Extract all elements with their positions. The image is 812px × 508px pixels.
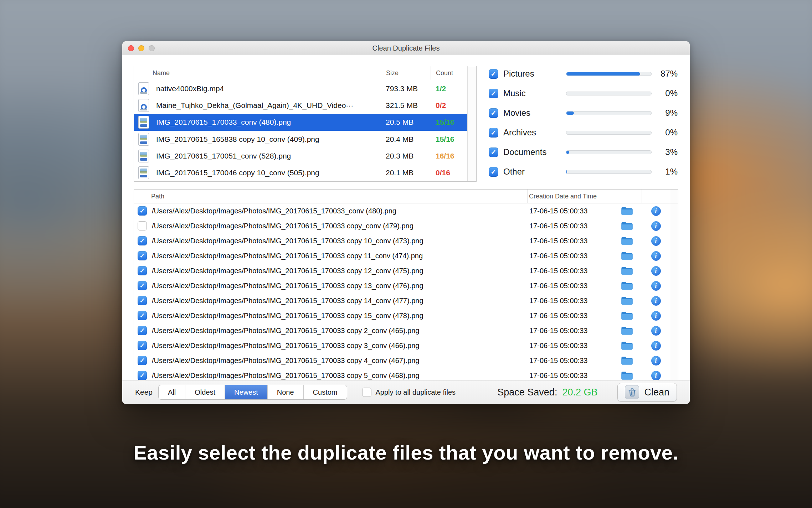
path-row[interactable]: ✓/Users/Alex/Desktop/Images/Photos/IMG_2… <box>134 338 678 353</box>
reveal-in-folder-button[interactable] <box>612 341 642 350</box>
path-row-checkbox[interactable]: ✓ <box>138 296 147 305</box>
path-row[interactable]: ✓/Users/Alex/Desktop/Images/Photos/IMG_2… <box>134 308 678 323</box>
path-row[interactable]: ✓/Users/Alex/Desktop/Images/Photos/IMG_2… <box>134 263 678 278</box>
path-row-checkbox[interactable]: ✓ <box>138 266 147 275</box>
info-icon: i <box>651 326 661 336</box>
path-row-checkbox[interactable]: ✓ <box>138 251 147 260</box>
file-info-button[interactable]: i <box>642 251 670 261</box>
path-row[interactable]: ✓/Users/Alex/Desktop/Images/Photos/IMG_2… <box>134 218 678 233</box>
info-icon: i <box>651 236 661 246</box>
path-cell: ✓/Users/Alex/Desktop/Images/Photos/IMG_2… <box>134 221 528 230</box>
category-checkbox[interactable]: ✓ <box>489 89 498 98</box>
keep-segment-newest[interactable]: Newest <box>225 385 268 399</box>
path-cell: ✓/Users/Alex/Desktop/Images/Photos/IMG_2… <box>134 206 528 216</box>
info-icon: i <box>651 356 661 366</box>
column-header-size[interactable]: Size <box>381 66 431 80</box>
path-row-checkbox[interactable]: ✓ <box>138 341 147 350</box>
path-row[interactable]: ✓/Users/Alex/Desktop/Images/Photos/IMG_2… <box>134 278 678 293</box>
keep-segment-custom[interactable]: Custom <box>304 385 347 399</box>
file-info-button[interactable]: i <box>642 206 670 216</box>
window-titlebar[interactable]: Clean Duplicate Files <box>122 41 690 55</box>
path-row-checkbox[interactable]: ✓ <box>138 356 147 365</box>
path-row[interactable]: ✓/Users/Alex/Desktop/Images/Photos/IMG_2… <box>134 323 678 338</box>
png-file-icon <box>138 150 149 162</box>
file-name-cell: Maine_Tujhko_Dekha_(Golmaal_Again)_4K_UH… <box>134 99 381 112</box>
path-text: /Users/Alex/Desktop/Images/Photos/IMG_20… <box>152 282 423 290</box>
clean-button[interactable]: Clean <box>617 383 677 401</box>
keep-segment-oldest[interactable]: Oldest <box>185 385 225 399</box>
info-icon: i <box>651 266 661 276</box>
keep-segment-none[interactable]: None <box>268 385 304 399</box>
path-row[interactable]: ✓/Users/Alex/Desktop/Images/Photos/IMG_2… <box>134 233 678 248</box>
reveal-in-folder-button[interactable] <box>612 236 642 245</box>
folder-icon <box>621 371 633 380</box>
reveal-in-folder-button[interactable] <box>612 221 642 230</box>
column-header-name[interactable]: Name <box>134 69 381 77</box>
folder-icon <box>621 266 633 275</box>
file-info-button[interactable]: i <box>642 371 670 380</box>
reveal-in-folder-button[interactable] <box>612 266 642 275</box>
path-row-checkbox[interactable]: ✓ <box>138 311 147 320</box>
path-cell: ✓/Users/Alex/Desktop/Images/Photos/IMG_2… <box>134 266 528 275</box>
folder-icon <box>621 326 633 335</box>
category-checkbox[interactable]: ✓ <box>489 128 498 138</box>
close-window-button[interactable] <box>128 45 134 51</box>
path-table-gutter <box>670 278 678 293</box>
keep-segment-all[interactable]: All <box>159 385 185 399</box>
zoom-window-button[interactable] <box>149 45 155 51</box>
path-row[interactable]: ✓/Users/Alex/Desktop/Images/Photos/IMG_2… <box>134 353 678 368</box>
category-checkbox[interactable]: ✓ <box>489 147 498 157</box>
category-percent: 0% <box>652 128 678 138</box>
file-info-button[interactable]: i <box>642 296 670 306</box>
file-row[interactable]: IMG_20170615_165838 copy 10_conv (409).p… <box>134 131 468 147</box>
file-row[interactable]: Maine_Tujhko_Dekha_(Golmaal_Again)_4K_UH… <box>134 97 468 114</box>
column-header-path[interactable]: Path <box>134 193 527 200</box>
path-row-checkbox[interactable]: ✓ <box>138 206 147 216</box>
file-info-button[interactable]: i <box>642 221 670 231</box>
file-info-button[interactable]: i <box>642 236 670 246</box>
file-info-button[interactable]: i <box>642 281 670 291</box>
path-row-checkbox[interactable]: ✓ <box>138 371 147 380</box>
file-table-scrollbar[interactable] <box>467 66 476 181</box>
reveal-in-folder-button[interactable] <box>612 326 642 335</box>
reveal-in-folder-button[interactable] <box>612 311 642 320</box>
creation-date: 17-06-15 05:00:33 <box>528 342 612 350</box>
path-row-checkbox[interactable]: ✓ <box>138 326 147 335</box>
reveal-in-folder-button[interactable] <box>612 371 642 380</box>
path-row-checkbox[interactable]: ✓ <box>138 221 147 230</box>
path-cell: ✓/Users/Alex/Desktop/Images/Photos/IMG_2… <box>134 251 528 260</box>
apply-to-all-checkbox[interactable]: ✓ <box>362 388 371 397</box>
column-header-creation-date[interactable]: Creation Date and Time <box>527 190 611 203</box>
path-row[interactable]: ✓/Users/Alex/Desktop/Images/Photos/IMG_2… <box>134 368 678 380</box>
apply-to-all-checkbox-row[interactable]: ✓ Apply to all duplicate files <box>362 388 456 397</box>
file-row[interactable]: native4000xBig.mp4793.3 MB1/2 <box>134 80 468 97</box>
file-info-button[interactable]: i <box>642 311 670 321</box>
path-row[interactable]: ✓/Users/Alex/Desktop/Images/Photos/IMG_2… <box>134 248 678 263</box>
reveal-in-folder-button[interactable] <box>612 356 642 365</box>
file-row[interactable]: IMG_20170615_170051_conv (528).png20.3 M… <box>134 147 468 164</box>
reveal-in-folder-button[interactable] <box>612 281 642 290</box>
path-row[interactable]: ✓/Users/Alex/Desktop/Images/Photos/IMG_2… <box>134 203 678 218</box>
file-info-button[interactable]: i <box>642 326 670 336</box>
reveal-in-folder-button[interactable] <box>612 206 642 216</box>
minimize-window-button[interactable] <box>138 45 144 51</box>
reveal-in-folder-button[interactable] <box>612 296 642 305</box>
file-info-button[interactable]: i <box>642 341 670 351</box>
file-info-button[interactable]: i <box>642 356 670 366</box>
category-progress-bar <box>566 111 652 115</box>
file-info-button[interactable]: i <box>642 266 670 276</box>
category-checkbox[interactable]: ✓ <box>489 108 498 118</box>
path-table-scrollbar[interactable] <box>670 190 678 203</box>
path-row-checkbox[interactable]: ✓ <box>138 281 147 290</box>
category-checkbox[interactable]: ✓ <box>489 69 498 79</box>
reveal-in-folder-button[interactable] <box>612 251 642 260</box>
category-progress-bar <box>566 150 652 154</box>
file-row[interactable]: IMG_20170615_170046 copy 10_conv (505).p… <box>134 165 468 181</box>
category-checkbox[interactable]: ✓ <box>489 167 498 177</box>
clean-button-label: Clean <box>644 387 669 398</box>
column-header-count[interactable]: Count <box>431 66 468 80</box>
path-row[interactable]: ✓/Users/Alex/Desktop/Images/Photos/IMG_2… <box>134 293 678 308</box>
png-file-icon <box>138 133 149 146</box>
file-row[interactable]: IMG_20170615_170033_conv (480).png20.5 M… <box>134 114 468 131</box>
path-row-checkbox[interactable]: ✓ <box>138 236 147 245</box>
